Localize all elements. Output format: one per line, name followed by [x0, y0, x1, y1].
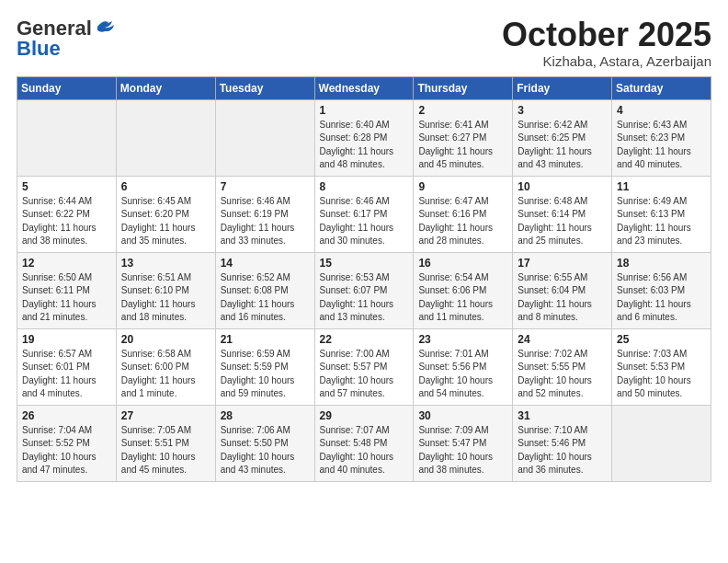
day-number: 9 — [418, 180, 507, 193]
calendar-cell: 31Sunrise: 7:10 AM Sunset: 5:46 PM Dayli… — [513, 405, 612, 481]
calendar-cell: 21Sunrise: 6:59 AM Sunset: 5:59 PM Dayli… — [215, 328, 314, 405]
day-number: 19 — [22, 333, 111, 346]
calendar-week-row: 12Sunrise: 6:50 AM Sunset: 6:11 PM Dayli… — [17, 252, 711, 328]
day-info: Sunrise: 7:06 AM Sunset: 5:50 PM Dayligh… — [221, 424, 310, 477]
calendar-cell: 2Sunrise: 6:41 AM Sunset: 6:27 PM Daylig… — [414, 99, 513, 176]
day-number: 30 — [418, 409, 507, 422]
calendar-cell: 4Sunrise: 6:43 AM Sunset: 6:23 PM Daylig… — [612, 99, 711, 176]
calendar-cell: 9Sunrise: 6:47 AM Sunset: 6:16 PM Daylig… — [414, 176, 513, 252]
day-info: Sunrise: 6:53 AM Sunset: 6:07 PM Dayligh… — [320, 271, 409, 325]
day-number: 17 — [518, 257, 607, 270]
day-number: 2 — [418, 104, 507, 117]
day-info: Sunrise: 6:56 AM Sunset: 6:03 PM Dayligh… — [617, 271, 706, 325]
day-info: Sunrise: 7:07 AM Sunset: 5:48 PM Dayligh… — [320, 424, 409, 477]
day-info: Sunrise: 6:57 AM Sunset: 6:01 PM Dayligh… — [22, 348, 111, 401]
col-friday: Friday — [513, 76, 612, 99]
day-number: 25 — [617, 333, 706, 346]
day-info: Sunrise: 6:52 AM Sunset: 6:08 PM Dayligh… — [221, 271, 310, 325]
day-info: Sunrise: 7:09 AM Sunset: 5:47 PM Dayligh… — [418, 424, 507, 477]
day-number: 27 — [121, 409, 210, 422]
day-info: Sunrise: 6:44 AM Sunset: 6:22 PM Dayligh… — [22, 195, 111, 248]
header-row: Sunday Monday Tuesday Wednesday Thursday… — [17, 76, 711, 99]
day-info: Sunrise: 7:05 AM Sunset: 5:51 PM Dayligh… — [121, 424, 210, 477]
day-number: 7 — [221, 180, 310, 193]
day-number: 24 — [518, 333, 607, 346]
day-info: Sunrise: 7:10 AM Sunset: 5:46 PM Dayligh… — [518, 424, 607, 477]
calendar-cell: 14Sunrise: 6:52 AM Sunset: 6:08 PM Dayli… — [215, 252, 314, 328]
calendar-cell: 5Sunrise: 6:44 AM Sunset: 6:22 PM Daylig… — [17, 176, 117, 252]
calendar-cell: 22Sunrise: 7:00 AM Sunset: 5:57 PM Dayli… — [314, 328, 414, 405]
day-number: 4 — [617, 104, 706, 117]
day-info: Sunrise: 7:04 AM Sunset: 5:52 PM Dayligh… — [22, 424, 111, 477]
calendar-cell — [612, 405, 711, 481]
col-wednesday: Wednesday — [314, 76, 414, 99]
calendar-cell: 25Sunrise: 7:03 AM Sunset: 5:53 PM Dayli… — [612, 328, 711, 405]
day-info: Sunrise: 6:50 AM Sunset: 6:11 PM Dayligh… — [22, 271, 111, 325]
day-info: Sunrise: 6:47 AM Sunset: 6:16 PM Dayligh… — [418, 195, 507, 248]
day-number: 14 — [221, 257, 310, 270]
calendar-cell: 8Sunrise: 6:46 AM Sunset: 6:17 PM Daylig… — [314, 176, 414, 252]
day-info: Sunrise: 6:48 AM Sunset: 6:14 PM Dayligh… — [518, 195, 607, 248]
day-info: Sunrise: 6:42 AM Sunset: 6:25 PM Dayligh… — [518, 119, 607, 172]
day-info: Sunrise: 6:46 AM Sunset: 6:17 PM Dayligh… — [320, 195, 409, 248]
col-monday: Monday — [116, 76, 215, 99]
header: General Blue October 2025 Kizhaba, Astar… — [17, 17, 711, 69]
day-number: 11 — [617, 180, 706, 193]
day-number: 15 — [320, 257, 409, 270]
calendar-cell: 15Sunrise: 6:53 AM Sunset: 6:07 PM Dayli… — [314, 252, 414, 328]
calendar-cell: 28Sunrise: 7:06 AM Sunset: 5:50 PM Dayli… — [215, 405, 314, 481]
day-info: Sunrise: 6:40 AM Sunset: 6:28 PM Dayligh… — [320, 119, 409, 172]
calendar-week-row: 1Sunrise: 6:40 AM Sunset: 6:28 PM Daylig… — [17, 99, 711, 176]
calendar-cell: 26Sunrise: 7:04 AM Sunset: 5:52 PM Dayli… — [17, 405, 117, 481]
day-info: Sunrise: 7:02 AM Sunset: 5:55 PM Dayligh… — [518, 348, 607, 401]
col-sunday: Sunday — [17, 76, 117, 99]
day-info: Sunrise: 7:01 AM Sunset: 5:56 PM Dayligh… — [418, 348, 507, 401]
calendar-cell: 19Sunrise: 6:57 AM Sunset: 6:01 PM Dayli… — [17, 328, 117, 405]
calendar-cell: 13Sunrise: 6:51 AM Sunset: 6:10 PM Dayli… — [116, 252, 215, 328]
logo-blue-text: Blue — [17, 37, 61, 61]
calendar-cell — [17, 99, 117, 176]
day-number: 18 — [617, 257, 706, 270]
day-number: 1 — [320, 104, 409, 117]
day-info: Sunrise: 6:41 AM Sunset: 6:27 PM Dayligh… — [418, 119, 507, 172]
day-info: Sunrise: 6:58 AM Sunset: 6:00 PM Dayligh… — [121, 348, 210, 401]
day-info: Sunrise: 6:49 AM Sunset: 6:13 PM Dayligh… — [617, 195, 706, 248]
day-number: 28 — [221, 409, 310, 422]
calendar-cell: 12Sunrise: 6:50 AM Sunset: 6:11 PM Dayli… — [17, 252, 117, 328]
calendar-cell: 6Sunrise: 6:45 AM Sunset: 6:20 PM Daylig… — [116, 176, 215, 252]
col-saturday: Saturday — [612, 76, 711, 99]
location-title: Kizhaba, Astara, Azerbaijan — [502, 53, 711, 69]
calendar-cell: 29Sunrise: 7:07 AM Sunset: 5:48 PM Dayli… — [314, 405, 414, 481]
day-number: 10 — [518, 180, 607, 193]
day-number: 8 — [320, 180, 409, 193]
col-tuesday: Tuesday — [215, 76, 314, 99]
page-container: General Blue October 2025 Kizhaba, Astar… — [0, 0, 728, 491]
calendar-cell: 18Sunrise: 6:56 AM Sunset: 6:03 PM Dayli… — [612, 252, 711, 328]
calendar-cell: 27Sunrise: 7:05 AM Sunset: 5:51 PM Dayli… — [116, 405, 215, 481]
month-title: October 2025 — [502, 17, 711, 53]
day-number: 26 — [22, 409, 111, 422]
day-info: Sunrise: 6:51 AM Sunset: 6:10 PM Dayligh… — [121, 271, 210, 325]
day-number: 5 — [22, 180, 111, 193]
calendar-cell: 17Sunrise: 6:55 AM Sunset: 6:04 PM Dayli… — [513, 252, 612, 328]
day-number: 20 — [121, 333, 210, 346]
day-number: 23 — [418, 333, 507, 346]
day-info: Sunrise: 6:59 AM Sunset: 5:59 PM Dayligh… — [221, 348, 310, 401]
day-info: Sunrise: 6:46 AM Sunset: 6:19 PM Dayligh… — [221, 195, 310, 248]
day-info: Sunrise: 7:00 AM Sunset: 5:57 PM Dayligh… — [320, 348, 409, 401]
day-number: 16 — [418, 257, 507, 270]
day-number: 29 — [320, 409, 409, 422]
calendar-cell — [116, 99, 215, 176]
day-number: 3 — [518, 104, 607, 117]
day-number: 21 — [221, 333, 310, 346]
day-info: Sunrise: 6:45 AM Sunset: 6:20 PM Dayligh… — [121, 195, 210, 248]
col-thursday: Thursday — [414, 76, 513, 99]
calendar-table: Sunday Monday Tuesday Wednesday Thursday… — [17, 76, 711, 482]
logo: General Blue — [17, 17, 116, 61]
calendar-cell: 16Sunrise: 6:54 AM Sunset: 6:06 PM Dayli… — [414, 252, 513, 328]
day-info: Sunrise: 6:54 AM Sunset: 6:06 PM Dayligh… — [418, 271, 507, 325]
logo-bird-icon — [96, 17, 116, 36]
calendar-week-row: 5Sunrise: 6:44 AM Sunset: 6:22 PM Daylig… — [17, 176, 711, 252]
calendar-cell: 10Sunrise: 6:48 AM Sunset: 6:14 PM Dayli… — [513, 176, 612, 252]
day-number: 13 — [121, 257, 210, 270]
